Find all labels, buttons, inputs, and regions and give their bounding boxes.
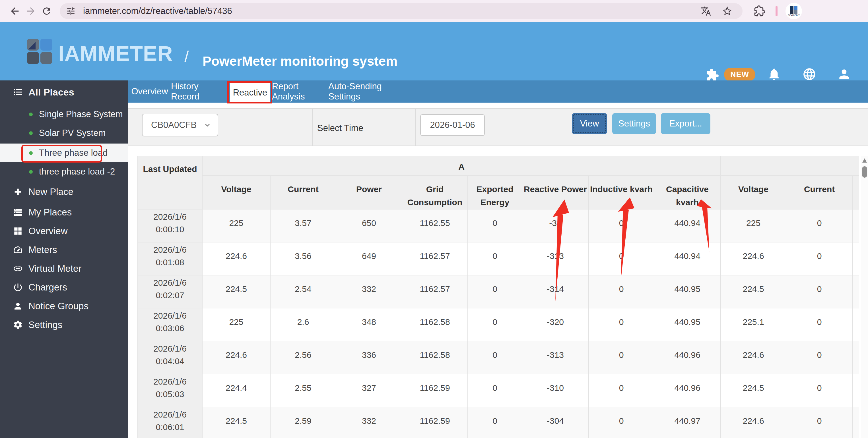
sidebar-item-chargers[interactable]: Chargers xyxy=(0,278,128,297)
value-cell: 0 xyxy=(468,209,522,242)
gauge-icon xyxy=(13,244,23,255)
value-cell: 0 xyxy=(589,209,654,242)
column-header: Current xyxy=(786,176,852,209)
sidebar-item-label: New Place xyxy=(28,187,73,197)
value-cell: 332 xyxy=(336,407,402,438)
sidebar-item-three-phase-load[interactable]: Three phase load xyxy=(0,143,128,162)
browser-profile-avatar[interactable]: DEVICEBIT xyxy=(785,3,802,19)
value-cell: -314 xyxy=(522,275,589,308)
value-cell: 1162.59 xyxy=(402,407,468,438)
tab-reactive[interactable]: Reactive xyxy=(230,82,270,103)
sidebar-item-three-phase-load-2[interactable]: three phase load -2 xyxy=(0,162,128,181)
tab-auto-sending-settings[interactable]: Auto-Sending Settings xyxy=(328,80,405,103)
column-header: Voltage xyxy=(721,176,786,209)
sidebar-item-notice-groups[interactable]: Notice Groups xyxy=(0,297,128,315)
url-text[interactable]: iammeter.com/dz/reactive/table/57436 xyxy=(83,6,701,16)
sidebar-item-overview[interactable]: Overview xyxy=(0,222,128,240)
sidebar-item-virtual-meter[interactable]: Virtual Meter xyxy=(0,259,128,278)
sidebar-item-label: All Places xyxy=(28,87,74,98)
table-row: 2026/1/6 0:03:062252.63481162.580-320044… xyxy=(138,308,859,341)
table-group-header-row: Last Updated A xyxy=(138,156,859,176)
sidebar-item-solar-pv-system[interactable]: Solar PV System xyxy=(0,124,128,142)
export-button[interactable]: Export... xyxy=(661,113,710,134)
vertical-scrollbar[interactable] xyxy=(861,156,868,438)
chevron-down-icon xyxy=(204,121,211,129)
value-cell: 440.94 xyxy=(654,242,721,275)
column-header: Grid Consumption xyxy=(402,176,468,209)
iammeter-logo-icon[interactable] xyxy=(27,39,52,64)
online-dot-icon xyxy=(29,151,33,155)
value-cell: 224.6 xyxy=(721,341,786,374)
value-cell: 650 xyxy=(336,209,402,242)
value-cell: -313 xyxy=(522,341,589,374)
sidebar-item-all-places[interactable]: All Places xyxy=(0,80,128,104)
column-header: Exported Energy xyxy=(468,176,522,209)
scrollbar-thumb[interactable] xyxy=(862,166,867,178)
app-header: IAMMETER / PowerMeter monitoring system … xyxy=(0,22,868,80)
value-cell: 1162.58 xyxy=(402,308,468,341)
timestamp-cell: 2026/1/6 0:06:01 xyxy=(138,407,202,438)
value-cell: 332 xyxy=(336,275,402,308)
browser-reload-button[interactable] xyxy=(39,3,55,19)
address-bar[interactable]: iammeter.com/dz/reactive/table/57436 xyxy=(60,3,743,19)
browser-forward-button[interactable] xyxy=(23,3,39,19)
value-cell: 3.56 xyxy=(270,242,336,275)
value-cell: 0 xyxy=(468,308,522,341)
sidebar-item-settings[interactable]: Settings xyxy=(0,315,128,334)
extensions-icon[interactable] xyxy=(754,5,765,17)
sidebar-item-single-phase-system[interactable]: Single Phase System xyxy=(0,105,128,124)
value-cell: 0 xyxy=(589,242,654,275)
value-cell: 0 xyxy=(786,374,852,407)
grid-icon xyxy=(13,226,23,236)
view-button[interactable]: View xyxy=(572,113,607,134)
value-cell: -313 xyxy=(522,242,589,275)
timestamp-cell: 2026/1/6 0:01:08 xyxy=(138,242,202,275)
online-dot-icon xyxy=(29,112,33,116)
site-settings-icon[interactable] xyxy=(66,6,76,16)
value-cell: 2.59 xyxy=(270,407,336,438)
sidebar-item-meters[interactable]: Meters xyxy=(0,240,128,259)
value-cell: 440.96 xyxy=(654,341,721,374)
value-cell: 0 xyxy=(468,341,522,374)
value-cell: 2.6 xyxy=(270,308,336,341)
value-cell: 2.55 xyxy=(270,374,336,407)
sidebar-item-new-place[interactable]: New Place xyxy=(0,182,128,201)
column-header: Inductive kvarh xyxy=(589,176,654,209)
sidebar-item-my-places[interactable]: My Places xyxy=(0,203,128,222)
date-input[interactable]: 2026-01-06 xyxy=(420,114,485,136)
timestamp-cell: 2026/1/6 0:04:04 xyxy=(138,341,202,374)
sidebar-item-label: Overview xyxy=(28,226,68,236)
scrollbar-up-arrow[interactable] xyxy=(862,158,867,163)
notifications-bell-icon[interactable] xyxy=(767,67,781,81)
clipped-cell xyxy=(852,275,859,308)
tab-report-analysis[interactable]: Report Analysis xyxy=(272,80,326,103)
value-cell: 225.1 xyxy=(721,308,786,341)
translate-icon[interactable] xyxy=(701,6,711,16)
tab-overview[interactable]: Overview xyxy=(128,80,171,103)
iammeter-logo-text[interactable]: IAMMETER xyxy=(58,41,173,66)
tab-history-record[interactable]: History Record xyxy=(171,80,228,103)
language-globe-icon[interactable] xyxy=(802,67,816,81)
value-cell: 224.6 xyxy=(202,242,270,275)
bookmark-star-icon[interactable] xyxy=(721,5,733,17)
sidebar-item-label: Solar PV System xyxy=(39,128,105,138)
clipped-cell xyxy=(852,242,859,275)
settings-button[interactable]: Settings xyxy=(612,113,656,134)
value-cell: 224.4 xyxy=(202,374,270,407)
reactive-data-table-viewport: Last Updated A Voltage Current Power Gri… xyxy=(137,156,859,438)
value-cell: -320 xyxy=(522,308,589,341)
control-bar: CB0A0CFB Select Time 2026-01-06 View Set… xyxy=(128,108,868,146)
meter-select[interactable]: CB0A0CFB xyxy=(142,114,218,136)
value-cell: 225 xyxy=(202,209,270,242)
account-user-icon[interactable] xyxy=(837,67,851,81)
column-header: Power xyxy=(336,176,402,209)
value-cell: 327 xyxy=(336,374,402,407)
tab-bar: Overview History Record Reactive Report … xyxy=(128,80,868,103)
browser-back-button[interactable] xyxy=(7,3,23,19)
value-cell: 224.5 xyxy=(202,275,270,308)
value-cell: 225 xyxy=(721,209,786,242)
column-header xyxy=(852,176,859,209)
value-cell: 224.6 xyxy=(721,242,786,275)
integrations-puzzle-icon[interactable] xyxy=(706,68,719,82)
value-cell: 0 xyxy=(589,341,654,374)
